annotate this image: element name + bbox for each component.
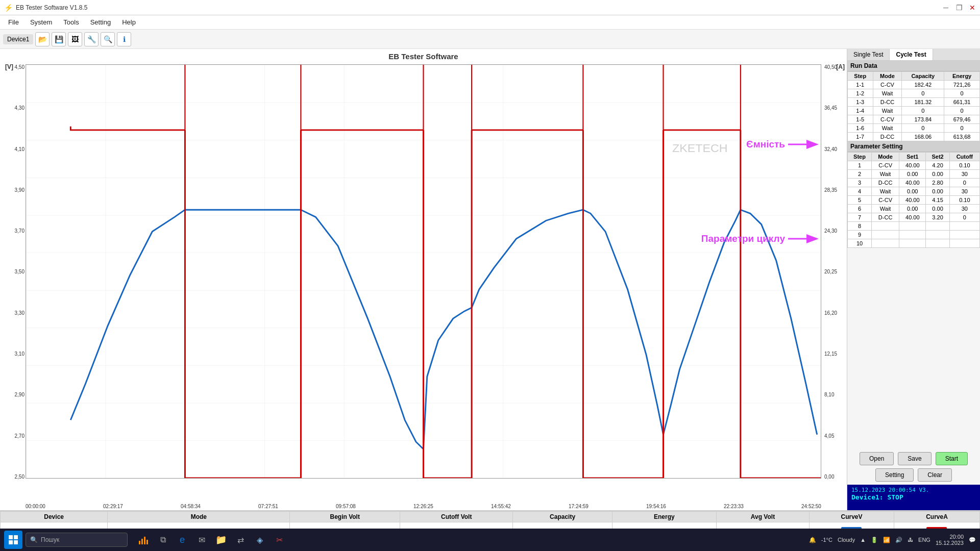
x-axis: 00:00:00 02:29:17 04:58:34 07:27:51 09:5… <box>26 504 821 509</box>
taskbar-tray: ▲ <box>860 537 866 543</box>
param-row: 8 <box>848 222 980 231</box>
taskbar-notification: 🔔 <box>809 537 816 543</box>
tab-cycle-test[interactable]: Cycle Test <box>890 49 933 60</box>
taskbar-clock: 20:00 15.12.2023 <box>936 534 964 546</box>
taskbar-remote-icon[interactable]: ⇄ <box>232 531 249 548</box>
taskbar-task-view[interactable]: ⧉ <box>154 531 172 548</box>
col-energy: Energy <box>944 72 980 81</box>
run-data-table: Step Mode Capacity Energy 1-1C-CV182.427… <box>847 71 980 141</box>
log-area: 15.12.2023 20:00:54 V3. Device1: STOP <box>847 485 980 510</box>
chart-plot: ZKETECH <box>26 64 821 479</box>
search-button[interactable]: 🔍 <box>101 32 115 46</box>
svg-rect-25 <box>146 540 148 544</box>
col-capacity: Capacity <box>902 72 944 81</box>
taskbar-wifi-icon: 📶 <box>883 537 890 543</box>
menu-bar: File System Tools Setting Help <box>0 15 980 30</box>
capacity-arrow-label: Ємність <box>746 138 819 151</box>
restore-button[interactable]: ❐ <box>955 4 963 11</box>
taskbar-3d-icon[interactable]: ◈ <box>251 531 268 548</box>
clear-button[interactable]: Clear <box>918 468 952 482</box>
title-bar: ⚡ EB Tester Software V1.8.5 ─ ❐ ✕ <box>0 0 980 15</box>
pcol-set1: Set1 <box>899 153 926 161</box>
windows-icon <box>8 535 18 545</box>
tools-button[interactable]: 🔧 <box>84 32 99 46</box>
param-row: 9 <box>848 231 980 239</box>
capacity-arrow-icon <box>788 138 819 151</box>
pcol-mode: Mode <box>872 153 899 161</box>
taskbar-date: 15.12.2023 <box>936 540 964 546</box>
taskbar-tool-icon[interactable]: ✂ <box>271 531 288 548</box>
st-begin-volt: Begin Volt <box>290 512 400 522</box>
taskbar-volume-icon: 🔊 <box>895 537 902 543</box>
col-step: Step <box>848 72 873 81</box>
run-data-section: Run Data Step Mode Capacity Energy <box>847 61 980 141</box>
menu-help[interactable]: Help <box>117 17 141 28</box>
taskbar-search[interactable]: 🔍 Пошук <box>26 533 128 547</box>
menu-tools[interactable]: Tools <box>58 17 84 28</box>
run-data-row: 1-6Wait00 <box>848 124 980 133</box>
search-text: Пошук <box>41 536 59 543</box>
params-label-text: Параметри циклу <box>701 233 785 244</box>
app-icon: ⚡ <box>4 4 13 12</box>
taskbar-action-center[interactable]: 💬 <box>969 537 976 543</box>
close-button[interactable]: ✕ <box>969 4 976 11</box>
menu-system[interactable]: System <box>25 17 57 28</box>
st-curvea: CurveA <box>894 512 979 522</box>
info-button[interactable]: ℹ <box>117 32 131 46</box>
run-data-table-scroll[interactable]: Step Mode Capacity Energy 1-1C-CV182.427… <box>847 71 980 141</box>
capacity-label-text: Ємність <box>746 139 785 150</box>
param-table: Step Mode Set1 Set2 Cutoff 1C-CV40.004.2… <box>847 152 980 248</box>
save-button[interactable]: 💾 <box>52 32 66 46</box>
taskbar-explorer-icon[interactable]: 📁 <box>212 531 230 548</box>
param-row: 2Wait0.000.0030 <box>848 170 980 179</box>
st-curvev: CurveV <box>809 512 894 522</box>
st-mode: Mode <box>108 512 290 522</box>
param-row: 4Wait0.000.0030 <box>848 187 980 196</box>
taskbar-icons: ⧉ e ✉ 📁 ⇄ ◈ ✂ <box>135 531 288 548</box>
st-cutoff-volt: Cutoff Volt <box>400 512 513 522</box>
run-data-row: 1-7D-CC168.06613,68 <box>848 133 980 141</box>
pcol-step: Step <box>848 153 872 161</box>
taskbar-edge-icon[interactable]: e <box>174 531 191 548</box>
minimize-button[interactable]: ─ <box>942 4 949 11</box>
svg-rect-19 <box>14 535 18 539</box>
menu-setting[interactable]: Setting <box>85 17 116 28</box>
svg-rect-22 <box>139 541 140 544</box>
setting-button[interactable]: Setting <box>875 468 914 482</box>
chart-area: EB Tester Software [V] [A] 4,50 4,30 4,1… <box>0 49 847 510</box>
image-button[interactable]: 🖼 <box>68 32 82 46</box>
taskbar-time: 20:00 <box>936 534 964 540</box>
taskbar: 🔍 Пошук ⧉ e ✉ <box>0 529 980 551</box>
param-table-scroll[interactable]: Step Mode Set1 Set2 Cutoff 1C-CV40.004.2… <box>847 152 980 449</box>
st-avg-volt: Avg Volt <box>716 512 809 522</box>
svg-text:ZKETECH: ZKETECH <box>672 141 728 155</box>
save-button-panel[interactable]: Save <box>898 452 931 465</box>
pcol-cutoff: Cutoff <box>949 153 979 161</box>
run-data-row: 1-3D-CC181.32661,31 <box>848 98 980 107</box>
open-button[interactable]: Open <box>860 452 894 465</box>
taskbar-media-icon[interactable] <box>135 531 152 548</box>
param-row: 10 <box>848 239 980 248</box>
taskbar-mail-icon[interactable]: ✉ <box>193 531 210 548</box>
param-row: 5C-CV40.004.150.10 <box>848 196 980 205</box>
svg-rect-20 <box>9 540 13 544</box>
svg-rect-21 <box>14 540 18 544</box>
tab-single-test[interactable]: Single Test <box>847 49 890 60</box>
action-buttons-2: Setting Clear <box>847 468 980 485</box>
param-setting-header: Parameter Setting <box>847 141 980 152</box>
run-data-row: 1-4Wait00 <box>848 107 980 115</box>
menu-file[interactable]: File <box>3 17 24 28</box>
device-selector[interactable]: Device1 <box>3 34 33 44</box>
search-icon: 🔍 <box>30 536 38 543</box>
app-title: EB Tester Software V1.8.5 <box>16 4 88 11</box>
params-arrow-icon <box>788 233 819 245</box>
open-file-button[interactable]: 📂 <box>35 32 50 46</box>
toolbar: Device1 📂 💾 🖼 🔧 🔍 ℹ <box>0 30 980 49</box>
param-row: 7D-CC40.003.200 <box>848 213 980 222</box>
run-data-row: 1-5C-CV173.84679,46 <box>848 115 980 124</box>
taskbar-right: 🔔 -1°C Cloudy ▲ 🔋 📶 🔊 🖧 ENG 20:00 15.12.… <box>809 534 976 546</box>
start-button[interactable]: Start <box>936 452 968 465</box>
run-data-row: 1-1C-CV182.42721,26 <box>848 81 980 89</box>
y-axis-left: 4,50 4,30 4,10 3,90 3,70 3,50 3,30 3,10 … <box>2 64 24 480</box>
start-menu-button[interactable] <box>4 531 22 549</box>
